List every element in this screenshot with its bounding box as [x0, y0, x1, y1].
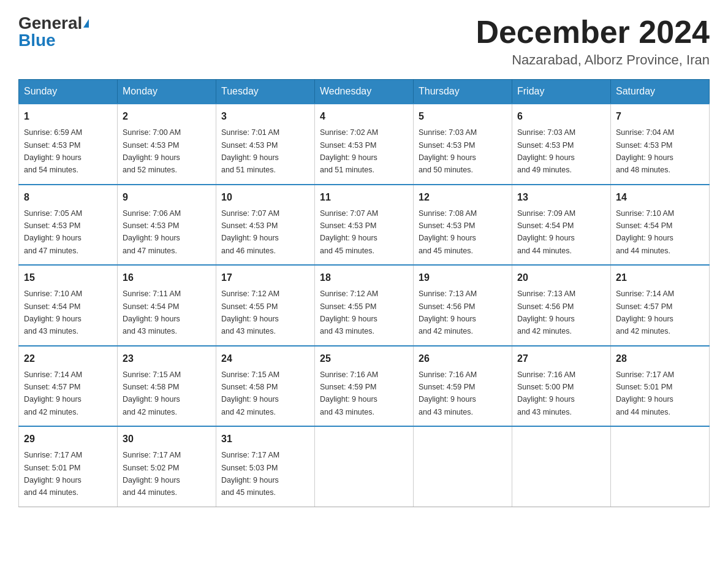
- col-header-saturday: Saturday: [611, 80, 710, 104]
- calendar-week-row: 8 Sunrise: 7:05 AMSunset: 4:53 PMDayligh…: [19, 185, 710, 266]
- day-info: Sunrise: 7:00 AMSunset: 4:53 PMDaylight:…: [123, 128, 181, 174]
- day-info: Sunrise: 7:09 AMSunset: 4:54 PMDaylight:…: [517, 209, 575, 255]
- day-info: Sunrise: 7:17 AMSunset: 5:01 PMDaylight:…: [616, 370, 674, 416]
- day-number: 7: [616, 109, 704, 124]
- calendar-day-cell: 1 Sunrise: 6:59 AMSunset: 4:53 PMDayligh…: [19, 104, 118, 185]
- col-header-thursday: Thursday: [414, 80, 512, 104]
- day-info: Sunrise: 7:02 AMSunset: 4:53 PMDaylight:…: [320, 128, 378, 174]
- calendar-day-cell: 13 Sunrise: 7:09 AMSunset: 4:54 PMDaylig…: [512, 185, 611, 266]
- calendar-day-cell: 19 Sunrise: 7:13 AMSunset: 4:56 PMDaylig…: [414, 265, 512, 346]
- day-number: 9: [123, 190, 211, 205]
- day-info: Sunrise: 7:17 AMSunset: 5:03 PMDaylight:…: [221, 451, 279, 497]
- day-info: Sunrise: 7:17 AMSunset: 5:01 PMDaylight:…: [24, 451, 82, 497]
- day-info: Sunrise: 7:16 AMSunset: 4:59 PMDaylight:…: [419, 370, 477, 416]
- month-title: December 2024: [476, 15, 710, 50]
- day-number: 30: [123, 432, 211, 446]
- calendar-day-cell: 23 Sunrise: 7:15 AMSunset: 4:58 PMDaylig…: [118, 346, 216, 427]
- logo-general-text: General: [18, 15, 82, 32]
- day-info: Sunrise: 7:17 AMSunset: 5:02 PMDaylight:…: [123, 451, 181, 497]
- day-number: 12: [419, 190, 507, 205]
- day-number: 1: [24, 109, 112, 124]
- col-header-wednesday: Wednesday: [315, 80, 414, 104]
- day-info: Sunrise: 7:10 AMSunset: 4:54 PMDaylight:…: [24, 289, 82, 335]
- day-number: 10: [221, 190, 309, 205]
- calendar-day-cell: 7 Sunrise: 7:04 AMSunset: 4:53 PMDayligh…: [611, 104, 710, 185]
- page-header: General Blue December 2024 Nazarabad, Al…: [18, 15, 710, 68]
- day-info: Sunrise: 7:16 AMSunset: 4:59 PMDaylight:…: [320, 370, 378, 416]
- day-number: 28: [616, 351, 704, 366]
- calendar-day-cell: 12 Sunrise: 7:08 AMSunset: 4:53 PMDaylig…: [414, 185, 512, 266]
- day-number: 15: [24, 270, 112, 285]
- day-number: 19: [419, 270, 507, 285]
- calendar-week-row: 1 Sunrise: 6:59 AMSunset: 4:53 PMDayligh…: [19, 104, 710, 185]
- calendar-day-cell: 22 Sunrise: 7:14 AMSunset: 4:57 PMDaylig…: [19, 346, 118, 427]
- day-number: 26: [419, 351, 507, 366]
- calendar-empty-cell: [611, 426, 710, 507]
- day-number: 16: [123, 270, 211, 285]
- calendar-day-cell: 8 Sunrise: 7:05 AMSunset: 4:53 PMDayligh…: [19, 185, 118, 266]
- calendar-day-cell: 4 Sunrise: 7:02 AMSunset: 4:53 PMDayligh…: [315, 104, 414, 185]
- day-info: Sunrise: 7:05 AMSunset: 4:53 PMDaylight:…: [24, 209, 82, 255]
- calendar-day-cell: 27 Sunrise: 7:16 AMSunset: 5:00 PMDaylig…: [512, 346, 611, 427]
- day-info: Sunrise: 7:11 AMSunset: 4:54 PMDaylight:…: [123, 289, 181, 335]
- day-number: 29: [24, 432, 112, 446]
- calendar-day-cell: 5 Sunrise: 7:03 AMSunset: 4:53 PMDayligh…: [414, 104, 512, 185]
- calendar-week-row: 22 Sunrise: 7:14 AMSunset: 4:57 PMDaylig…: [19, 346, 710, 427]
- day-number: 5: [419, 109, 507, 124]
- day-number: 3: [221, 109, 309, 124]
- day-number: 22: [24, 351, 112, 366]
- title-block: December 2024 Nazarabad, Alborz Province…: [476, 15, 710, 68]
- day-info: Sunrise: 7:16 AMSunset: 5:00 PMDaylight:…: [517, 370, 575, 416]
- calendar-day-cell: 31 Sunrise: 7:17 AMSunset: 5:03 PMDaylig…: [216, 426, 315, 507]
- calendar-day-cell: 6 Sunrise: 7:03 AMSunset: 4:53 PMDayligh…: [512, 104, 611, 185]
- day-info: Sunrise: 7:06 AMSunset: 4:53 PMDaylight:…: [123, 209, 181, 255]
- day-number: 24: [221, 351, 309, 366]
- col-header-monday: Monday: [118, 80, 216, 104]
- day-info: Sunrise: 7:12 AMSunset: 4:55 PMDaylight:…: [320, 289, 378, 335]
- calendar-day-cell: 9 Sunrise: 7:06 AMSunset: 4:53 PMDayligh…: [118, 185, 216, 266]
- calendar-day-cell: 15 Sunrise: 7:10 AMSunset: 4:54 PMDaylig…: [19, 265, 118, 346]
- day-number: 2: [123, 109, 211, 124]
- day-info: Sunrise: 7:04 AMSunset: 4:53 PMDaylight:…: [616, 128, 674, 174]
- day-info: Sunrise: 7:13 AMSunset: 4:56 PMDaylight:…: [517, 289, 575, 335]
- calendar-day-cell: 2 Sunrise: 7:00 AMSunset: 4:53 PMDayligh…: [118, 104, 216, 185]
- day-number: 18: [320, 270, 408, 285]
- col-header-tuesday: Tuesday: [216, 80, 315, 104]
- calendar-day-cell: 18 Sunrise: 7:12 AMSunset: 4:55 PMDaylig…: [315, 265, 414, 346]
- calendar-day-cell: 17 Sunrise: 7:12 AMSunset: 4:55 PMDaylig…: [216, 265, 315, 346]
- calendar-week-row: 29 Sunrise: 7:17 AMSunset: 5:01 PMDaylig…: [19, 426, 710, 507]
- day-number: 31: [221, 432, 309, 446]
- logo-triangle-icon: [83, 19, 89, 28]
- day-info: Sunrise: 7:03 AMSunset: 4:53 PMDaylight:…: [419, 128, 477, 174]
- day-info: Sunrise: 7:07 AMSunset: 4:53 PMDaylight:…: [320, 209, 378, 255]
- day-info: Sunrise: 7:15 AMSunset: 4:58 PMDaylight:…: [221, 370, 279, 416]
- location-title: Nazarabad, Alborz Province, Iran: [476, 52, 710, 68]
- day-info: Sunrise: 7:03 AMSunset: 4:53 PMDaylight:…: [517, 128, 575, 174]
- calendar-day-cell: 11 Sunrise: 7:07 AMSunset: 4:53 PMDaylig…: [315, 185, 414, 266]
- calendar-day-cell: 30 Sunrise: 7:17 AMSunset: 5:02 PMDaylig…: [118, 426, 216, 507]
- day-info: Sunrise: 7:01 AMSunset: 4:53 PMDaylight:…: [221, 128, 279, 174]
- day-number: 27: [517, 351, 605, 366]
- day-number: 11: [320, 190, 408, 205]
- day-number: 8: [24, 190, 112, 205]
- calendar-empty-cell: [315, 426, 414, 507]
- day-number: 13: [517, 190, 605, 205]
- col-header-sunday: Sunday: [19, 80, 118, 104]
- calendar-week-row: 15 Sunrise: 7:10 AMSunset: 4:54 PMDaylig…: [19, 265, 710, 346]
- calendar-day-cell: 10 Sunrise: 7:07 AMSunset: 4:53 PMDaylig…: [216, 185, 315, 266]
- calendar-header-row: SundayMondayTuesdayWednesdayThursdayFrid…: [19, 80, 710, 104]
- calendar-day-cell: 14 Sunrise: 7:10 AMSunset: 4:54 PMDaylig…: [611, 185, 710, 266]
- logo: General Blue: [18, 15, 89, 49]
- day-info: Sunrise: 7:10 AMSunset: 4:54 PMDaylight:…: [616, 209, 674, 255]
- day-number: 25: [320, 351, 408, 366]
- day-number: 21: [616, 270, 704, 285]
- day-info: Sunrise: 7:08 AMSunset: 4:53 PMDaylight:…: [419, 209, 477, 255]
- day-number: 17: [221, 270, 309, 285]
- day-info: Sunrise: 7:07 AMSunset: 4:53 PMDaylight:…: [221, 209, 279, 255]
- calendar-day-cell: 3 Sunrise: 7:01 AMSunset: 4:53 PMDayligh…: [216, 104, 315, 185]
- calendar-table: SundayMondayTuesdayWednesdayThursdayFrid…: [18, 79, 710, 507]
- day-info: Sunrise: 7:13 AMSunset: 4:56 PMDaylight:…: [419, 289, 477, 335]
- calendar-day-cell: 20 Sunrise: 7:13 AMSunset: 4:56 PMDaylig…: [512, 265, 611, 346]
- day-info: Sunrise: 7:14 AMSunset: 4:57 PMDaylight:…: [24, 370, 82, 416]
- day-info: Sunrise: 7:12 AMSunset: 4:55 PMDaylight:…: [221, 289, 279, 335]
